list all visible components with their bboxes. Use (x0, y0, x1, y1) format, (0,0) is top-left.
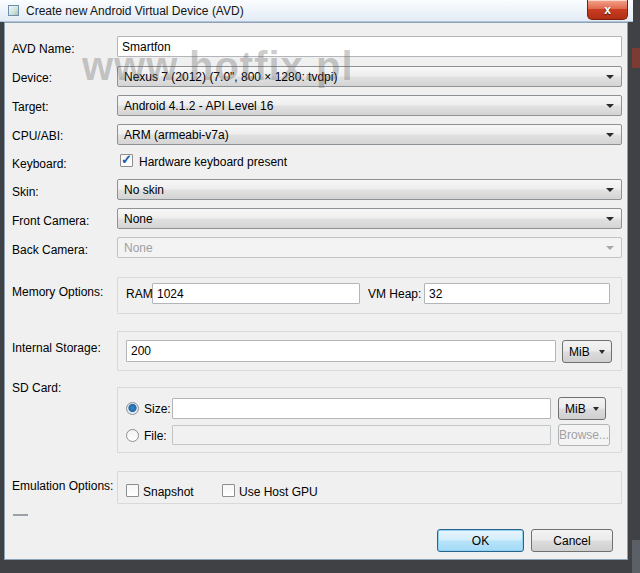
label-skin: Skin: (12, 185, 39, 199)
label-target: Target: (12, 100, 49, 114)
chevron-down-icon (606, 104, 614, 108)
back-camera-select-value: None (124, 241, 153, 255)
target-select-value: Android 4.1.2 - API Level 16 (124, 99, 273, 113)
sd-size-input[interactable] (172, 398, 551, 419)
skin-select[interactable]: No skin (117, 179, 622, 200)
vm-heap-input[interactable] (424, 283, 610, 304)
chevron-down-icon (606, 188, 614, 192)
cancel-button-label: Cancel (553, 534, 590, 548)
sd-size-unit-label: MiB (565, 402, 586, 416)
label-cpu-abi: CPU/ABI: (12, 129, 63, 143)
label-avd-name: AVD Name: (12, 42, 74, 56)
cancel-button[interactable]: Cancel (531, 529, 613, 552)
chevron-down-icon (606, 133, 614, 137)
label-sd-card: SD Card: (12, 381, 61, 395)
label-keyboard: Keyboard: (12, 157, 67, 171)
chevron-down-icon (606, 75, 614, 79)
ram-input[interactable] (152, 283, 360, 304)
screen: Create new Android Virtual Device (AVD) … (0, 0, 640, 573)
ok-button-label: OK (472, 534, 489, 548)
hardware-keyboard-label: Hardware keyboard present (139, 155, 287, 169)
use-host-gpu-checkbox[interactable] (222, 484, 235, 497)
hardware-keyboard-checkbox[interactable] (120, 154, 133, 167)
label-device: Device: (12, 71, 52, 85)
sd-file-input (172, 425, 551, 445)
create-avd-dialog: Create new Android Virtual Device (AVD) … (0, 0, 633, 573)
sd-size-label: Size: (144, 402, 171, 416)
snapshot-checkbox[interactable] (126, 484, 139, 497)
skin-select-value: No skin (124, 183, 164, 197)
titlebar[interactable]: Create new Android Virtual Device (AVD) (0, 0, 633, 22)
internal-storage-unit-label: MiB (569, 345, 590, 359)
label-front-camera: Front Camera: (12, 214, 89, 228)
background-red-segment (632, 48, 640, 68)
label-memory-options: Memory Options: (12, 285, 103, 299)
device-select[interactable]: Nexus 7 (2012) (7.0", 800 × 1280: tvdpi) (117, 66, 622, 87)
snapshot-label: Snapshot (143, 485, 194, 499)
separator-dash (13, 514, 28, 516)
check-icon (121, 152, 132, 167)
front-camera-select-value: None (124, 212, 153, 226)
vm-heap-label: VM Heap: (368, 287, 421, 301)
use-host-gpu-label: Use Host GPU (239, 485, 318, 499)
cpu-abi-select[interactable]: ARM (armeabi-v7a) (117, 124, 622, 145)
window-title: Create new Android Virtual Device (AVD) (26, 4, 244, 18)
target-select[interactable]: Android 4.1.2 - API Level 16 (117, 95, 622, 116)
browse-button-label: Browse... (559, 428, 609, 442)
window-icon (8, 5, 19, 16)
ok-button[interactable]: OK (437, 529, 524, 552)
chevron-down-icon (593, 407, 599, 411)
label-internal-storage: Internal Storage: (12, 341, 101, 355)
device-select-value: Nexus 7 (2012) (7.0", 800 × 1280: tvdpi) (124, 70, 337, 84)
sd-file-radio[interactable] (126, 429, 139, 442)
sd-size-unit-button[interactable]: MiB (558, 397, 606, 420)
internal-storage-input[interactable] (126, 340, 556, 362)
chevron-down-icon (606, 246, 614, 250)
background-light-segment (632, 540, 640, 573)
avd-name-input[interactable] (117, 36, 622, 57)
close-icon: x (604, 4, 611, 16)
label-emulation-options: Emulation Options: (12, 479, 113, 493)
front-camera-select[interactable]: None (117, 208, 622, 229)
back-camera-select: None (117, 237, 622, 258)
close-button[interactable]: x (587, 0, 628, 20)
sd-file-label: File: (144, 429, 167, 443)
cpu-abi-select-value: ARM (armeabi-v7a) (124, 128, 229, 142)
browse-button: Browse... (558, 424, 610, 446)
background-window-strip (632, 0, 640, 573)
chevron-down-icon (606, 217, 614, 221)
chevron-down-icon (599, 350, 605, 354)
internal-storage-unit-button[interactable]: MiB (562, 340, 612, 363)
sd-size-radio[interactable] (126, 402, 139, 415)
label-back-camera: Back Camera: (12, 243, 88, 257)
